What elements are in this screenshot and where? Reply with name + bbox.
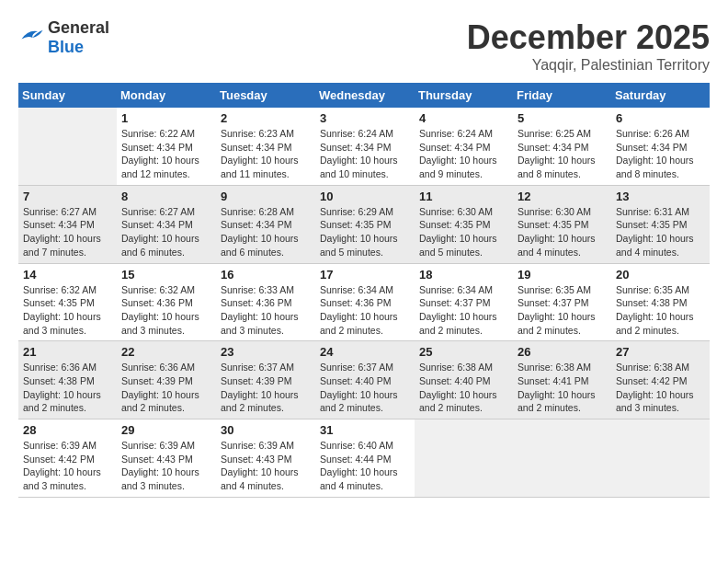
calendar-cell	[415, 419, 513, 498]
day-info: Sunrise: 6:35 AM Sunset: 4:38 PM Dayligh…	[616, 283, 705, 338]
day-info: Sunrise: 6:24 AM Sunset: 4:34 PM Dayligh…	[419, 127, 508, 181]
day-number: 8	[121, 190, 211, 203]
calendar-cell: 14 Sunrise: 6:32 AM Sunset: 4:35 PM Dayl…	[18, 263, 117, 341]
day-number: 22	[121, 345, 211, 359]
day-info: Sunrise: 6:34 AM Sunset: 4:37 PM Dayligh…	[419, 283, 508, 338]
day-number: 5	[518, 111, 607, 125]
calendar-cell: 28 Sunrise: 6:39 AM Sunset: 4:42 PM Dayl…	[18, 419, 117, 498]
weekday-header-sunday: Sunday	[18, 83, 117, 108]
day-info: Sunrise: 6:27 AM Sunset: 4:34 PM Dayligh…	[23, 205, 112, 259]
day-number: 2	[221, 111, 311, 125]
day-number: 13	[616, 190, 705, 203]
calendar-cell: 10 Sunrise: 6:29 AM Sunset: 4:35 PM Dayl…	[315, 185, 415, 263]
weekday-header-tuesday: Tuesday	[216, 83, 315, 108]
day-number: 7	[23, 190, 112, 203]
day-number: 25	[419, 345, 508, 359]
calendar-cell: 8 Sunrise: 6:27 AM Sunset: 4:34 PM Dayli…	[117, 185, 216, 263]
day-info: Sunrise: 6:30 AM Sunset: 4:35 PM Dayligh…	[518, 205, 607, 259]
day-number: 3	[320, 111, 410, 125]
day-number: 31	[320, 423, 410, 437]
calendar-cell: 6 Sunrise: 6:26 AM Sunset: 4:34 PM Dayli…	[611, 108, 710, 185]
day-info: Sunrise: 6:36 AM Sunset: 4:39 PM Dayligh…	[121, 361, 211, 415]
calendar-cell	[513, 419, 611, 498]
calendar-cell	[611, 419, 710, 498]
logo-blue: Blue	[48, 38, 84, 56]
day-info: Sunrise: 6:26 AM Sunset: 4:34 PM Dayligh…	[616, 127, 705, 181]
calendar-cell: 30 Sunrise: 6:39 AM Sunset: 4:43 PM Dayl…	[216, 419, 315, 498]
day-number: 30	[221, 423, 311, 437]
calendar-cell: 3 Sunrise: 6:24 AM Sunset: 4:34 PM Dayli…	[315, 108, 415, 185]
day-info: Sunrise: 6:38 AM Sunset: 4:42 PM Dayligh…	[616, 361, 705, 415]
day-number: 15	[121, 268, 211, 282]
day-info: Sunrise: 6:39 AM Sunset: 4:43 PM Dayligh…	[221, 439, 311, 493]
day-info: Sunrise: 6:28 AM Sunset: 4:34 PM Dayligh…	[221, 205, 311, 259]
day-number: 12	[518, 190, 607, 203]
month-title: December 2025	[467, 18, 710, 57]
calendar-table: SundayMondayTuesdayWednesdayThursdayFrid…	[18, 83, 710, 498]
calendar-cell: 12 Sunrise: 6:30 AM Sunset: 4:35 PM Dayl…	[513, 185, 611, 263]
calendar-cell: 15 Sunrise: 6:32 AM Sunset: 4:36 PM Dayl…	[117, 263, 216, 341]
page-header: General Blue December 2025 Yaqqir, Pales…	[18, 18, 710, 74]
calendar-cell: 1 Sunrise: 6:22 AM Sunset: 4:34 PM Dayli…	[117, 108, 216, 185]
day-info: Sunrise: 6:24 AM Sunset: 4:34 PM Dayligh…	[320, 127, 410, 181]
day-info: Sunrise: 6:31 AM Sunset: 4:35 PM Dayligh…	[616, 205, 705, 259]
day-info: Sunrise: 6:27 AM Sunset: 4:34 PM Dayligh…	[121, 205, 211, 259]
day-number: 4	[419, 111, 508, 125]
title-area: December 2025 Yaqqir, Palestinian Territ…	[467, 18, 710, 74]
calendar-cell: 2 Sunrise: 6:23 AM Sunset: 4:34 PM Dayli…	[216, 108, 315, 185]
calendar-cell: 20 Sunrise: 6:35 AM Sunset: 4:38 PM Dayl…	[611, 263, 710, 341]
day-number: 6	[616, 111, 705, 125]
weekday-header-monday: Monday	[117, 83, 216, 108]
day-info: Sunrise: 6:35 AM Sunset: 4:37 PM Dayligh…	[518, 283, 607, 338]
day-number: 11	[419, 190, 508, 203]
calendar-cell: 4 Sunrise: 6:24 AM Sunset: 4:34 PM Dayli…	[415, 108, 513, 185]
day-info: Sunrise: 6:29 AM Sunset: 4:35 PM Dayligh…	[320, 205, 410, 259]
day-info: Sunrise: 6:38 AM Sunset: 4:40 PM Dayligh…	[419, 361, 508, 415]
day-number: 14	[23, 268, 112, 282]
calendar-week-row: 1 Sunrise: 6:22 AM Sunset: 4:34 PM Dayli…	[18, 108, 710, 185]
day-number: 28	[23, 423, 112, 437]
day-number: 29	[121, 423, 211, 437]
day-info: Sunrise: 6:33 AM Sunset: 4:36 PM Dayligh…	[221, 283, 311, 338]
day-number: 21	[23, 345, 112, 359]
calendar-cell: 5 Sunrise: 6:25 AM Sunset: 4:34 PM Dayli…	[513, 108, 611, 185]
weekday-header-saturday: Saturday	[611, 83, 710, 108]
logo: General Blue	[18, 18, 109, 57]
day-info: Sunrise: 6:39 AM Sunset: 4:43 PM Dayligh…	[121, 439, 211, 493]
day-number: 27	[616, 345, 705, 359]
day-number: 24	[320, 345, 410, 359]
day-info: Sunrise: 6:30 AM Sunset: 4:35 PM Dayligh…	[419, 205, 508, 259]
day-info: Sunrise: 6:37 AM Sunset: 4:39 PM Dayligh…	[221, 361, 311, 415]
calendar-cell: 18 Sunrise: 6:34 AM Sunset: 4:37 PM Dayl…	[415, 263, 513, 341]
calendar-cell: 23 Sunrise: 6:37 AM Sunset: 4:39 PM Dayl…	[216, 341, 315, 419]
calendar-cell: 9 Sunrise: 6:28 AM Sunset: 4:34 PM Dayli…	[216, 185, 315, 263]
calendar-week-row: 7 Sunrise: 6:27 AM Sunset: 4:34 PM Dayli…	[18, 185, 710, 263]
day-number: 18	[419, 268, 508, 282]
calendar-cell: 24 Sunrise: 6:37 AM Sunset: 4:40 PM Dayl…	[315, 341, 415, 419]
calendar-cell: 27 Sunrise: 6:38 AM Sunset: 4:42 PM Dayl…	[611, 341, 710, 419]
day-info: Sunrise: 6:38 AM Sunset: 4:41 PM Dayligh…	[518, 361, 607, 415]
calendar-week-row: 21 Sunrise: 6:36 AM Sunset: 4:38 PM Dayl…	[18, 341, 710, 419]
calendar-week-row: 14 Sunrise: 6:32 AM Sunset: 4:35 PM Dayl…	[18, 263, 710, 341]
day-info: Sunrise: 6:34 AM Sunset: 4:36 PM Dayligh…	[320, 283, 410, 338]
logo-general: General	[48, 18, 109, 37]
day-number: 19	[518, 268, 607, 282]
day-info: Sunrise: 6:32 AM Sunset: 4:35 PM Dayligh…	[23, 283, 112, 338]
day-number: 23	[221, 345, 311, 359]
weekday-header-friday: Friday	[513, 83, 611, 108]
calendar-cell: 31 Sunrise: 6:40 AM Sunset: 4:44 PM Dayl…	[315, 419, 415, 498]
logo-icon	[18, 26, 44, 50]
calendar-cell	[18, 108, 117, 185]
calendar-cell: 25 Sunrise: 6:38 AM Sunset: 4:40 PM Dayl…	[415, 341, 513, 419]
calendar-cell: 11 Sunrise: 6:30 AM Sunset: 4:35 PM Dayl…	[415, 185, 513, 263]
day-number: 1	[121, 111, 211, 125]
day-info: Sunrise: 6:23 AM Sunset: 4:34 PM Dayligh…	[221, 127, 311, 181]
day-number: 9	[221, 190, 311, 203]
day-info: Sunrise: 6:22 AM Sunset: 4:34 PM Dayligh…	[121, 127, 211, 181]
location-title: Yaqqir, Palestinian Territory	[467, 57, 710, 74]
day-info: Sunrise: 6:36 AM Sunset: 4:38 PM Dayligh…	[23, 361, 112, 415]
weekday-header-thursday: Thursday	[415, 83, 513, 108]
calendar-cell: 16 Sunrise: 6:33 AM Sunset: 4:36 PM Dayl…	[216, 263, 315, 341]
weekday-header-row: SundayMondayTuesdayWednesdayThursdayFrid…	[18, 83, 710, 108]
day-number: 26	[518, 345, 607, 359]
